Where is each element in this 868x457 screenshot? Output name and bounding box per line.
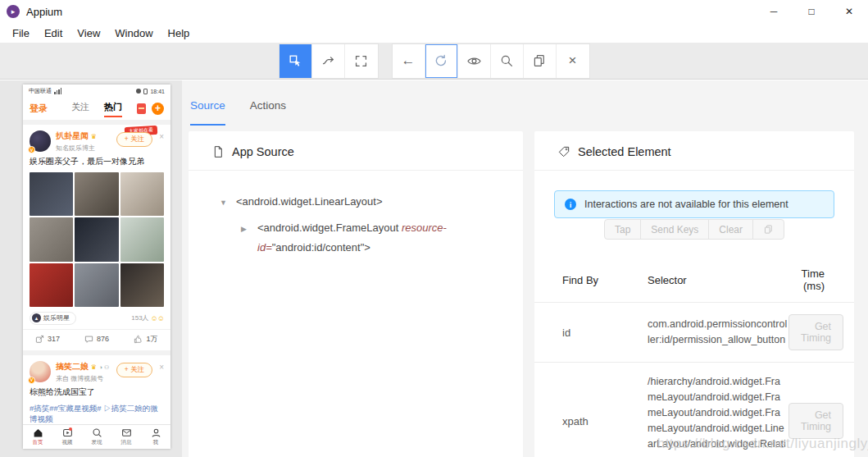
selector-value: com.android.permissioncontroller:id/perm… <box>648 317 788 348</box>
post2-author[interactable]: 搞笑二娘 <box>56 362 89 371</box>
phone-tab-bar: 首页 视频 发现 消息 我 <box>23 424 170 449</box>
phone-feed-header: 登录 关注 热门 + <box>23 98 170 120</box>
tree-node-framelayout[interactable]: ▶ <android.widget.FrameLayout resource-i… <box>241 218 507 258</box>
post1-dismiss-icon[interactable]: × <box>159 132 164 141</box>
post1-comment-button[interactable]: 876 <box>72 334 121 345</box>
post1-avatar[interactable]: V <box>30 130 51 152</box>
element-actions-group: Tap Send Keys Clear <box>534 219 854 240</box>
photo-thumbnail[interactable] <box>120 172 164 216</box>
post2-avatar[interactable]: V <box>30 361 51 382</box>
tabbar-discover[interactable]: 发现 <box>82 425 111 449</box>
post1-topic-tag[interactable]: ▲ 娱乐明星 <box>30 312 76 325</box>
photo-thumbnail[interactable] <box>30 217 73 261</box>
menu-edit[interactable]: Edit <box>37 25 70 41</box>
window-title: Appium <box>26 6 62 18</box>
element-select-button[interactable] <box>279 44 312 78</box>
copy-source-button[interactable] <box>524 44 557 78</box>
post1-author[interactable]: 扒卦星闻 <box>56 131 89 140</box>
clear-button[interactable]: Clear <box>708 219 753 240</box>
tab-hot[interactable]: 热门 <box>104 101 122 117</box>
tree-node-label[interactable]: <android.widget.FrameLayout resource-id=… <box>257 218 507 258</box>
emoji-faces-icon: ☺☺ <box>151 314 164 322</box>
post2-dismiss-icon[interactable]: × <box>159 363 164 372</box>
tab-source[interactable]: Source <box>190 99 225 126</box>
interaction-mode-group <box>279 44 378 78</box>
photo-thumbnail[interactable] <box>75 263 118 307</box>
post1-like-button[interactable]: 1万 <box>121 334 170 345</box>
source-tree: ▼ <android.widget.LinearLayout> ▶ <andro… <box>189 171 523 258</box>
login-link[interactable]: 登录 <box>30 103 48 115</box>
copy-icon <box>763 224 774 235</box>
photo-thumbnail[interactable] <box>120 263 164 307</box>
tabbar-home[interactable]: 首页 <box>23 425 52 449</box>
post1-photo-grid[interactable] <box>30 172 164 307</box>
menu-help[interactable]: Help <box>161 25 198 41</box>
screenshot-eye-button[interactable] <box>458 44 491 78</box>
menu-window[interactable]: Window <box>107 25 160 41</box>
find-by-table: Find By Selector Time (ms) id com.androi… <box>534 258 854 457</box>
tabbar-messages[interactable]: 消息 <box>111 425 141 449</box>
tree-node-linearlayout[interactable]: ▼ <android.widget.LinearLayout> <box>220 192 507 213</box>
menu-view[interactable]: View <box>70 25 107 41</box>
comment-count: 876 <box>97 335 109 343</box>
quit-session-button[interactable]: × <box>557 44 589 78</box>
maximize-button[interactable]: □ <box>793 0 830 23</box>
photo-thumbnail[interactable] <box>75 217 118 261</box>
red-packet-icon[interactable] <box>137 103 146 114</box>
source-pane: Source Actions App Source ▼ <android.wid… <box>182 80 533 457</box>
refresh-button[interactable] <box>425 44 458 78</box>
tag-icon <box>557 145 570 158</box>
carrier-label: 中国联通 <box>29 87 52 95</box>
author-badge-icons: ◑ ⚇ <box>99 364 109 370</box>
swipe-by-coordinates-button[interactable] <box>312 44 345 78</box>
post2-text: 棕熊给洗成国宝了 <box>30 386 164 398</box>
message-icon <box>121 427 132 438</box>
main-content: 中国联通 18:41 登录 关注 热门 + <box>0 80 868 457</box>
topic-label: 娱乐明星 <box>43 313 70 322</box>
device-screenshot[interactable]: 中国联通 18:41 登录 关注 热门 + <box>23 85 170 449</box>
app-source-card: App Source ▼ <android.widget.LinearLayou… <box>189 131 523 457</box>
photo-thumbnail[interactable] <box>30 263 73 307</box>
photo-thumbnail[interactable] <box>75 172 118 216</box>
send-keys-button[interactable]: Send Keys <box>640 219 709 240</box>
table-row-id: id com.android.permissioncontroller:id/p… <box>534 303 854 363</box>
post2-follow-button[interactable]: + 关注 <box>116 363 152 377</box>
tabbar-video[interactable]: 视频 <box>52 425 82 449</box>
tabbar-label: 发现 <box>92 439 102 446</box>
tab-actions[interactable]: Actions <box>250 99 286 126</box>
minimize-button[interactable]: ─ <box>755 0 793 23</box>
photo-thumbnail[interactable] <box>120 217 164 261</box>
post1-follow-button[interactable]: + 关注 <box>116 132 152 147</box>
caret-down-icon[interactable]: ▼ <box>220 192 228 213</box>
feed-post-1[interactable]: V 扒卦星闻 ♛ 知名娱乐博主 大家都在看 + 关注 × 娱乐圈亲父子，最后一对… <box>23 125 170 350</box>
crown-icon: ♛ <box>91 133 97 140</box>
caret-right-icon[interactable]: ▶ <box>241 218 249 258</box>
tap-by-coordinates-button[interactable] <box>345 44 378 78</box>
selected-element-card: Selected Element i Interactions are not … <box>534 131 854 457</box>
back-button[interactable]: ← <box>393 44 425 78</box>
notification-dot <box>69 427 72 431</box>
menu-file[interactable]: File <box>5 25 37 41</box>
copy-attributes-button[interactable] <box>752 219 784 240</box>
tabbar-profile[interactable]: 我 <box>141 425 170 449</box>
tabbar-label: 我 <box>153 439 159 446</box>
close-button[interactable]: ✕ <box>830 0 868 23</box>
title-bar: ▸ Appium ─ □ ✕ <box>0 0 868 23</box>
tree-node-label[interactable]: <android.widget.LinearLayout> <box>236 192 383 213</box>
get-timing-button[interactable]: Get Timing <box>788 403 843 439</box>
verified-badge: V <box>28 377 35 384</box>
share-icon <box>35 335 44 344</box>
tap-button[interactable]: Tap <box>604 219 641 240</box>
tab-follow[interactable]: 关注 <box>71 101 89 117</box>
tap-coordinates-icon <box>353 53 369 69</box>
post2-hashtag-link[interactable]: #搞笑##宝藏星视频# ▷搞笑二娘的微博视频 <box>30 404 164 425</box>
get-timing-button[interactable]: Get Timing <box>788 314 843 350</box>
tabbar-label: 消息 <box>121 439 132 446</box>
photo-thumbnail[interactable] <box>30 172 73 216</box>
swipe-icon <box>320 53 336 69</box>
post1-share-button[interactable]: 317 <box>23 334 72 345</box>
window-controls: ─ □ ✕ <box>755 0 868 23</box>
comment-icon <box>84 335 93 344</box>
compose-button[interactable]: + <box>152 103 164 115</box>
search-button[interactable] <box>491 44 524 78</box>
